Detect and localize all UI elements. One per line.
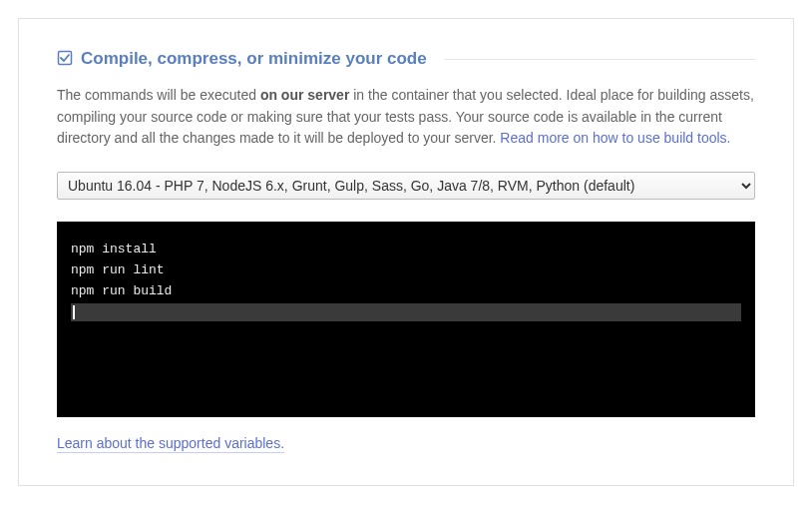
description-prefix: The commands will be executed — [57, 87, 260, 103]
terminal-cursor — [73, 305, 75, 319]
terminal-line: npm run build — [71, 281, 741, 302]
check-icon — [57, 50, 73, 69]
terminal-line: npm run lint — [71, 260, 741, 281]
section-description: The commands will be executed on our ser… — [57, 85, 755, 150]
terminal-line: npm install — [71, 240, 741, 260]
terminal-cursor-row — [71, 303, 741, 321]
build-tools-link[interactable]: Read more on how to use build tools. — [500, 130, 730, 146]
heading-divider — [445, 59, 755, 60]
build-step-panel: Compile, compress, or minimize your code… — [18, 18, 794, 486]
variables-link[interactable]: Learn about the supported variables. — [57, 435, 284, 453]
container-select-wrap: Ubuntu 16.04 - PHP 7, NodeJS 6.x, Grunt,… — [57, 172, 755, 200]
section-heading-row: Compile, compress, or minimize your code — [57, 49, 755, 69]
commands-terminal[interactable]: npm install npm run lint npm run build — [57, 222, 755, 417]
description-bold: on our server — [260, 87, 349, 103]
container-select[interactable]: Ubuntu 16.04 - PHP 7, NodeJS 6.x, Grunt,… — [57, 172, 755, 200]
section-title: Compile, compress, or minimize your code — [81, 49, 427, 69]
